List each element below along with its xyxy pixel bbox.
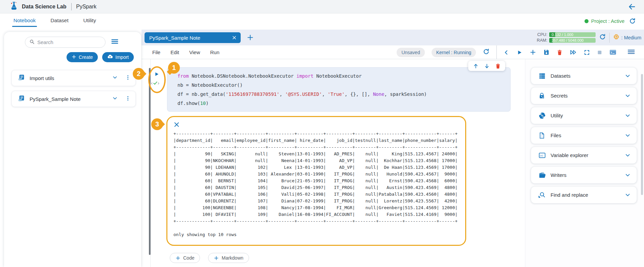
menu-edit[interactable]: Edit: [170, 49, 179, 55]
panel-variable-explorer[interactable]: (x) Variable explorer: [531, 147, 637, 164]
save-icon[interactable]: [543, 49, 550, 55]
notebook-list: Import utils PySpark_Sample Note: [4, 62, 141, 107]
panel-label: Variable explorer: [551, 152, 625, 158]
save-status-badge: Unsaved: [397, 48, 425, 57]
stop-icon[interactable]: [597, 50, 602, 55]
datasets-icon: [538, 72, 547, 80]
move-cell-up-icon[interactable]: [473, 63, 479, 69]
cell-output: +-------------+--------+-----------+----…: [166, 116, 466, 246]
notebook-sidebar: Create Import Import utils PySpark_Sampl…: [4, 32, 141, 267]
plus-icon: [72, 54, 76, 60]
sidebar-notebook-item[interactable]: Import utils: [11, 70, 136, 86]
chevron-down-icon[interactable]: [625, 73, 631, 79]
kebab-menu-icon[interactable]: [125, 96, 131, 103]
divider: [609, 33, 610, 43]
annotation-badge-3: 3: [151, 118, 163, 130]
menu-run[interactable]: Run: [210, 49, 219, 55]
chevron-down-icon[interactable]: [625, 192, 631, 198]
plus-icon[interactable]: [530, 49, 536, 55]
chevron-down-icon[interactable]: [625, 132, 631, 138]
close-output-icon[interactable]: [173, 121, 180, 129]
panel-find-replace[interactable]: Find and replace: [531, 186, 637, 203]
chevron-down-icon[interactable]: [625, 172, 631, 178]
notebook-menu-icon[interactable]: [627, 48, 635, 57]
sidebar-menu-icon[interactable]: [111, 38, 119, 47]
notebook-toolbar: [504, 49, 616, 56]
document-tab[interactable]: PySpark_Sample Note: [145, 32, 241, 43]
chevron-down-icon[interactable]: [625, 113, 631, 118]
chevron-down-icon[interactable]: [112, 75, 118, 81]
menu-view[interactable]: View: [189, 49, 200, 55]
chevron-down-icon[interactable]: [625, 152, 631, 158]
panel-label: Files: [551, 132, 625, 138]
nav-tab-utility[interactable]: Utility: [83, 17, 96, 27]
nav-tab-dataset[interactable]: Dataset: [50, 17, 68, 27]
add-code-cell-button[interactable]: Code: [170, 253, 200, 263]
nav-tab-notebook[interactable]: Notebook: [13, 17, 36, 27]
panel-secrets[interactable]: Secrets: [531, 87, 637, 104]
panel-utility[interactable]: Utility: [531, 107, 637, 124]
secrets-icon: [538, 92, 547, 99]
notebook-icon: [18, 74, 25, 82]
back-arrow-icon[interactable]: [628, 3, 636, 12]
add-cell-row: Code Markdown: [170, 253, 249, 263]
annotation-ring: [148, 66, 166, 93]
files-icon: [538, 132, 547, 139]
import-button[interactable]: Import: [102, 52, 134, 62]
run-all-icon[interactable]: [570, 49, 577, 56]
panel-writers[interactable]: Writers: [531, 166, 637, 184]
add-markdown-cell-button[interactable]: Markdown: [208, 253, 249, 263]
add-code-label: Code: [183, 255, 194, 261]
nav-row: NotebookDatasetUtility Project : Active: [0, 13, 644, 30]
plus-icon: [214, 256, 219, 261]
project-refresh-icon[interactable]: [629, 17, 636, 26]
play-icon[interactable]: [517, 49, 523, 55]
trash-icon[interactable]: [557, 49, 563, 55]
cpu-chip-icon: [613, 34, 619, 41]
chevron-down-icon[interactable]: [112, 96, 118, 102]
chevron-left-icon[interactable]: [504, 49, 510, 55]
nav-tabs: NotebookDatasetUtility: [0, 13, 644, 27]
code-block: from Notebook.DSNotebook.NotebookExecuto…: [177, 72, 505, 108]
move-cell-down-icon[interactable]: [484, 63, 490, 69]
vertical-scrollbar[interactable]: [641, 74, 643, 195]
ram-usage-bar: 357.480 / 5048.000: [549, 38, 596, 43]
delete-cell-icon[interactable]: [495, 63, 501, 69]
search-input[interactable]: [37, 39, 94, 45]
chevron-down-icon[interactable]: [625, 93, 631, 99]
utility-icon: [538, 112, 547, 119]
create-button-label: Create: [79, 54, 93, 60]
panel-datasets[interactable]: Datasets: [531, 67, 637, 84]
cloud-upload-icon: [107, 54, 113, 61]
divider: [496, 45, 497, 59]
terminal-icon[interactable]: [609, 49, 616, 56]
sidebar-notebook-item[interactable]: PySpark_Sample Note: [11, 91, 136, 107]
document-tab-strip: PySpark_Sample Note CPU: 0.132 / 1.000 R…: [142, 30, 644, 45]
panel-label: Writers: [551, 172, 625, 178]
panel-files[interactable]: Files: [531, 127, 637, 144]
ram-label: RAM:: [536, 38, 547, 43]
code-cell[interactable]: from Notebook.DSNotebook.NotebookExecuto…: [167, 67, 511, 112]
cpu-usage-bar: 0.132 / 1.000: [549, 32, 596, 37]
run-cell-icon[interactable]: [154, 71, 160, 78]
panel-label: Datasets: [551, 73, 625, 79]
menu-file[interactable]: File: [152, 49, 160, 55]
right-panels: Datasets Secrets Utility Files (x) Varia…: [531, 67, 637, 203]
status-dot-icon: [585, 19, 589, 23]
resource-refresh-icon[interactable]: [599, 33, 606, 42]
cpu-usage-value: 0.132 / 1.000: [552, 32, 573, 37]
tab-close-icon[interactable]: [232, 35, 237, 40]
new-tab-icon[interactable]: [247, 34, 254, 42]
project-status-label: Project : Active: [591, 18, 625, 24]
variable-explorer-icon: (x): [538, 152, 547, 159]
kernel-refresh-icon[interactable]: [483, 48, 490, 56]
app-window: Data Science Lab PySpark NotebookDataset…: [0, 0, 644, 267]
fullscreen-icon[interactable]: [584, 49, 590, 55]
kebab-menu-icon[interactable]: [125, 75, 131, 82]
cell-selection-bar: [149, 68, 151, 255]
search-box[interactable]: [25, 37, 106, 48]
sidebar-item-label: PySpark_Sample Note: [30, 96, 112, 102]
right-panel-column: Datasets Secrets Utility Files (x) Varia…: [525, 59, 644, 267]
brand-divider: [71, 3, 72, 10]
create-button[interactable]: Create: [67, 52, 98, 62]
